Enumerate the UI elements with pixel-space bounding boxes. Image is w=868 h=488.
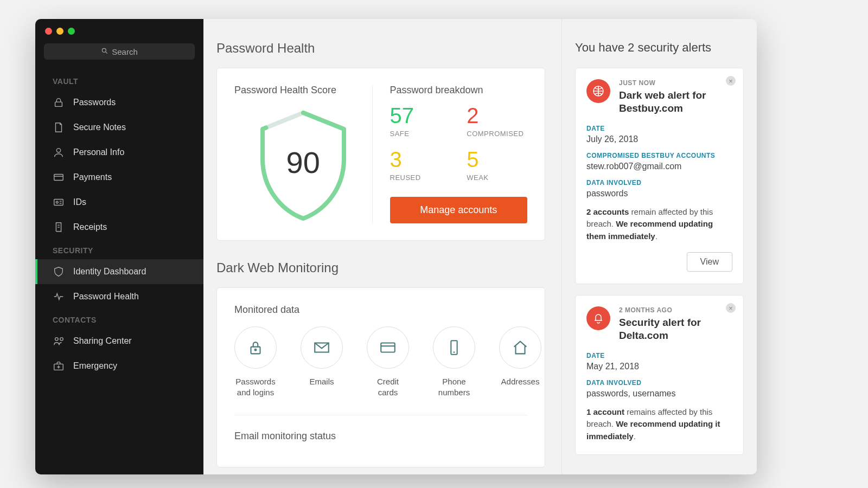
monitored-label: Passwords and logins	[234, 376, 277, 397]
breakdown-compromised: 2 COMPROMISED	[467, 105, 527, 138]
health-score-label: Password Health Score	[234, 85, 372, 96]
alert-accounts: stew.rob007@gmail.com	[586, 162, 732, 171]
email-status-label: Email monitoring status	[234, 431, 527, 442]
view-button[interactable]: View	[687, 252, 732, 272]
reused-label: REUSED	[390, 174, 451, 182]
svg-point-13	[60, 338, 63, 341]
alert-date-label: DATE	[586, 125, 732, 132]
monitored-passwords[interactable]: Passwords and logins	[234, 326, 277, 397]
sidebar-item-label: Payments	[73, 172, 112, 182]
search-placeholder: Search	[112, 47, 138, 56]
compromised-label: COMPROMISED	[467, 130, 527, 138]
svg-point-18	[255, 349, 257, 351]
breakdown-reused: 3 REUSED	[390, 149, 451, 182]
sidebar-section-contacts: CONTACTS	[35, 309, 203, 329]
home-icon	[499, 326, 541, 369]
card-icon	[53, 171, 65, 183]
breakdown-label: Password breakdown	[390, 85, 528, 96]
password-health-card: Password Health Score 90 Password breakd…	[216, 68, 545, 241]
bell-icon	[586, 306, 610, 330]
reused-value: 3	[390, 149, 451, 170]
alerts-title: You have 2 security alerts	[575, 41, 744, 55]
sidebar-item-label: Personal Info	[73, 147, 124, 157]
sidebar-item-passwords[interactable]: Passwords	[35, 90, 203, 115]
sidebar-item-label: Password Health	[73, 292, 139, 301]
close-icon[interactable]: ×	[726, 76, 736, 86]
manage-accounts-button[interactable]: Manage accounts	[390, 197, 528, 223]
card-icon	[367, 326, 409, 369]
minimize-window-icon[interactable]	[56, 28, 63, 35]
svg-point-7	[56, 201, 58, 203]
pulse-icon	[53, 291, 65, 303]
sidebar-item-label: Identity Dashboard	[73, 267, 146, 277]
alert-data-label: DATA INVOLVED	[586, 379, 732, 387]
sidebar-item-label: IDs	[73, 197, 86, 207]
app-window: Search VAULT Passwords Secure Notes Pers…	[35, 19, 757, 474]
alerts-panel: You have 2 security alerts × JUST NOW Da…	[561, 19, 757, 474]
sidebar-item-emergency[interactable]: Emergency	[35, 354, 203, 378]
alert-time: JUST NOW	[619, 79, 732, 87]
weak-label: WEAK	[467, 174, 527, 182]
monitored-cards[interactable]: Credit cards	[367, 326, 409, 397]
monitored-label: Phone numbers	[433, 376, 475, 397]
search-input[interactable]: Search	[44, 43, 195, 60]
alert-body: 2 accounts remain affected by this breac…	[586, 206, 732, 243]
safe-label: SAFE	[390, 130, 451, 138]
monitored-addresses[interactable]: Addresses	[499, 326, 541, 397]
id-icon	[53, 196, 65, 208]
note-icon	[53, 121, 65, 133]
sidebar-item-receipts[interactable]: Receipts	[35, 215, 203, 240]
sidebar-item-label: Receipts	[73, 222, 107, 232]
window-controls	[35, 25, 203, 43]
weak-value: 5	[467, 149, 527, 170]
sidebar-item-label: Secure Notes	[73, 123, 126, 132]
share-icon	[53, 335, 65, 347]
sidebar-item-label: Sharing Center	[73, 336, 132, 346]
lock-icon	[53, 97, 65, 108]
health-score-value: 90	[286, 145, 320, 180]
monitored-label: Emails	[301, 376, 343, 387]
monitored-emails[interactable]: Emails	[301, 326, 343, 397]
close-icon[interactable]: ×	[726, 303, 736, 313]
breakdown-safe: 57 SAFE	[390, 105, 451, 138]
phone-icon	[433, 326, 475, 369]
svg-rect-2	[55, 102, 62, 106]
alert-affected-count: 2 accounts	[586, 207, 629, 216]
sidebar-item-password-health[interactable]: Password Health	[35, 284, 203, 309]
monitored-label: Credit cards	[367, 376, 409, 397]
alert-affected-count: 1 account	[586, 407, 624, 416]
sidebar-item-identity-dashboard[interactable]: Identity Dashboard	[35, 259, 203, 284]
svg-rect-20	[381, 343, 395, 352]
sidebar-item-ids[interactable]: IDs	[35, 190, 203, 215]
alert-date-label: DATE	[586, 352, 732, 359]
alert-accounts-label: COMPROMISED BESTBUY ACCOUNTS	[586, 152, 732, 159]
svg-point-12	[55, 338, 59, 341]
shield-icon	[53, 266, 65, 278]
alert-data: passwords, usernames	[586, 389, 732, 399]
sidebar-item-payments[interactable]: Payments	[35, 165, 203, 190]
mail-icon	[301, 326, 343, 369]
health-score-shield: 90	[249, 105, 358, 224]
svg-line-1	[106, 52, 107, 53]
sidebar-item-label: Passwords	[73, 98, 116, 107]
search-icon	[101, 47, 108, 56]
alert-card: × JUST NOW Dark web alert for Bestbuy.co…	[575, 68, 744, 284]
maximize-window-icon[interactable]	[68, 28, 75, 35]
alert-title: Dark web alert for Bestbuy.com	[619, 89, 732, 115]
close-window-icon[interactable]	[45, 28, 52, 35]
alert-time: 2 MONTHS AGO	[619, 306, 732, 314]
alert-title: Security alert for Delta.com	[619, 316, 732, 342]
main-content: Password Health Password Health Score 90…	[203, 19, 561, 474]
dark-web-title: Dark Web Monitoring	[216, 260, 545, 275]
lock-icon	[234, 326, 277, 369]
page-title: Password Health	[216, 41, 545, 56]
sidebar: Search VAULT Passwords Secure Notes Pers…	[35, 19, 203, 474]
sidebar-item-sharing-center[interactable]: Sharing Center	[35, 329, 203, 354]
sidebar-section-security: SECURITY	[35, 240, 203, 259]
sidebar-item-personal-info[interactable]: Personal Info	[35, 140, 203, 165]
alert-body: 1 account remains affected by this breac…	[586, 406, 732, 443]
kit-icon	[53, 360, 65, 372]
web-icon	[586, 79, 610, 103]
monitored-phones[interactable]: Phone numbers	[433, 326, 475, 397]
sidebar-item-secure-notes[interactable]: Secure Notes	[35, 115, 203, 140]
